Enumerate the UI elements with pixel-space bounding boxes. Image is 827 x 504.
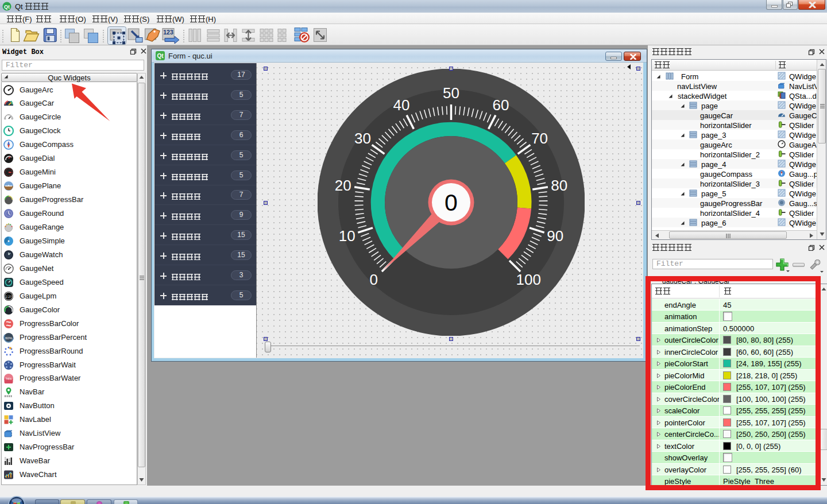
svg-text:50: 50: [443, 84, 459, 102]
svg-text:Qt: Qt: [157, 53, 164, 59]
svg-text:90: 90: [547, 227, 563, 245]
svg-text:10: 10: [339, 227, 355, 245]
svg-text:0: 0: [445, 189, 458, 216]
svg-text:30: 30: [354, 130, 371, 147]
svg-text:100: 100: [516, 271, 541, 288]
svg-text:2.27: 2.27: [6, 294, 12, 298]
svg-text:40: 40: [393, 96, 410, 114]
svg-text:74%: 74%: [5, 377, 11, 381]
svg-text:70: 70: [531, 130, 548, 147]
svg-text:20: 20: [335, 177, 351, 194]
svg-text:0: 0: [370, 271, 378, 288]
svg-text:80: 80: [551, 177, 567, 194]
svg-text:123: 123: [163, 29, 173, 36]
svg-text:60%: 60%: [5, 336, 13, 339]
svg-text:60: 60: [493, 96, 509, 114]
svg-text:Qt: Qt: [4, 4, 10, 10]
